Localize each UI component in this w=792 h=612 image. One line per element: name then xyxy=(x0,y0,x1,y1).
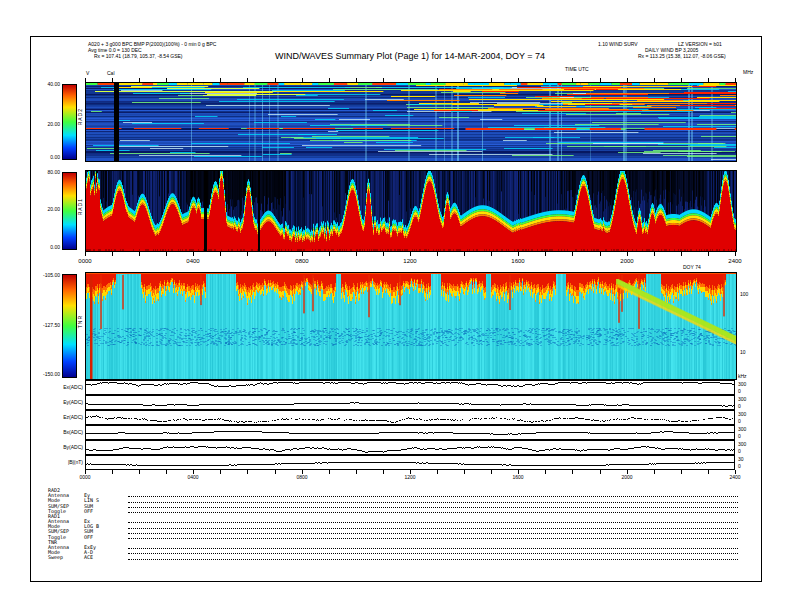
dotted-leader xyxy=(128,512,738,513)
strip-scale-top: 300 xyxy=(738,411,746,417)
dotted-leader xyxy=(128,528,738,529)
doy-label: DOY 74 xyxy=(683,264,701,270)
strip-time-tick-label: 0400 xyxy=(187,474,198,480)
time-utc-label: TIME UTC xyxy=(565,66,589,72)
legend-key: Sweep xyxy=(48,555,84,560)
tnr-colorbar xyxy=(62,274,77,378)
time-tick-label: 1200 xyxy=(403,258,416,265)
rad1-spectrogram xyxy=(85,170,737,252)
time-tick-label: 2000 xyxy=(620,258,633,265)
rad1-colorbar-tick-max: 80.00 xyxy=(36,169,60,175)
header-right-receiver-position: Rx = 113.25 (15.38, 112.07, -8.06 GSE) xyxy=(638,53,726,59)
strip-scale-bottom: 0 xyxy=(738,433,741,439)
time-tick-label: 2400 xyxy=(728,258,741,265)
tnr-colorbar-tick-min: -150.00 xyxy=(30,371,60,377)
time-tick-label: 1600 xyxy=(511,258,524,265)
dotted-leader xyxy=(128,553,738,554)
time-tick-label: 0400 xyxy=(186,258,199,265)
strip-scale-bottom: 0 xyxy=(738,448,741,454)
rad2-spectrogram xyxy=(85,82,737,162)
strip-row-ex xyxy=(85,380,735,395)
strip-label-ey: Ey(ADC) xyxy=(38,399,83,405)
strip-time-tick-label: 1600 xyxy=(512,474,523,480)
cal-marker-label: Cal xyxy=(107,70,115,76)
tnr-spectrogram xyxy=(85,272,737,380)
strip-label-ex: Ex(ADC) xyxy=(38,384,83,390)
strip-row-ez xyxy=(85,410,735,425)
mhz-unit-label: MHz xyxy=(743,69,753,75)
time-tick-label: 0000 xyxy=(78,258,91,265)
legend-value: OFF xyxy=(84,535,126,540)
strip-canvas-2 xyxy=(86,411,734,424)
rad1-panel-label: RAD1 xyxy=(77,198,83,215)
tnr-canvas xyxy=(86,273,736,379)
dotted-leader xyxy=(128,496,738,497)
tnr-colorbar-tick-max: -105.00 xyxy=(30,272,60,278)
strip-canvas-5 xyxy=(86,456,734,469)
rad1-canvas xyxy=(86,171,736,251)
rad2-colorbar xyxy=(62,84,77,160)
dotted-leader xyxy=(128,548,738,549)
strip-canvas-1 xyxy=(86,396,734,409)
strip-row-bmag xyxy=(85,455,735,470)
strip-scale-top: 300 xyxy=(738,381,746,387)
strip-label-by: By(ADC) xyxy=(38,444,83,450)
strip-time-tick-label: 1200 xyxy=(404,474,415,480)
strip-label-ez: Ez(ADC) xyxy=(38,414,83,420)
strip-scale-top: 30 xyxy=(738,456,744,462)
legend-block: RAD2 AntennaEy ModeLIN S SUM/SEPSUM Togg… xyxy=(48,488,738,561)
legend-value: OFF xyxy=(84,509,126,514)
dotted-leader xyxy=(128,559,738,560)
strip-scale-bottom: 0 xyxy=(738,388,741,394)
strip-time-tick-label: 2000 xyxy=(621,474,632,480)
strip-time-tick-label: 0000 xyxy=(79,474,90,480)
rad2-panel-label: RAD2 xyxy=(77,108,83,125)
strip-scale-top: 300 xyxy=(738,396,746,402)
rad2-colorbar-tick-max: 40.00 xyxy=(36,81,60,87)
strip-canvas-0 xyxy=(86,381,734,394)
dotted-leader xyxy=(128,522,738,523)
v-marker-label: V xyxy=(86,70,89,76)
strip-scale-bottom: 0 xyxy=(738,403,741,409)
rad1-colorbar xyxy=(62,172,77,250)
strip-canvas-3 xyxy=(86,426,734,439)
dotted-leader xyxy=(128,533,738,534)
strip-canvas-4 xyxy=(86,441,734,454)
strip-row-ey xyxy=(85,395,735,410)
strip-scale-bottom: 0 xyxy=(738,418,741,424)
tnr-freq-tick-10: 10 xyxy=(740,349,746,355)
rad-time-axis-ticks xyxy=(85,252,736,256)
time-tick-label: 0800 xyxy=(295,258,308,265)
strip-row-bx xyxy=(85,425,735,440)
tnr-colorbar-tick-mid: -127.50 xyxy=(30,322,60,328)
legend-value: ACE xyxy=(84,555,126,560)
tnr-freq-tick-100: 100 xyxy=(740,291,748,297)
dotted-leader xyxy=(128,502,738,503)
strip-label-bmag: |B|(nT) xyxy=(38,459,83,465)
strip-label-bx: Bx(ADC) xyxy=(38,429,83,435)
strip-scale-top: 300 xyxy=(738,441,746,447)
rad1-colorbar-tick-min: 0.00 xyxy=(36,244,60,250)
strip-time-tick-label: 0800 xyxy=(296,474,307,480)
waves-summary-plot-page: A020 + 3 g000 BPC BMP P(2000)(100%) - 0 … xyxy=(0,0,792,612)
rad2-colorbar-tick-mid: 20.00 xyxy=(36,121,60,127)
strip-time-tick-label: 2400 xyxy=(729,474,740,480)
page-title: WIND/WAVES Summary Plot (Page 1) for 14-… xyxy=(110,51,710,61)
tnr-panel-label: TNR xyxy=(77,315,83,328)
strip-scale-bottom: 0 xyxy=(738,463,741,469)
header-version-label: 1.10 WIND SURV xyxy=(598,41,638,47)
dotted-leader xyxy=(128,538,738,539)
strip-scale-top: 300 xyxy=(738,426,746,432)
dotted-leader xyxy=(128,507,738,508)
tnr-khz-unit-label: kHz xyxy=(738,373,747,379)
legend-line: SweepACE xyxy=(48,555,738,560)
rad1-colorbar-tick-mid: 20.00 xyxy=(36,206,60,212)
rad2-canvas xyxy=(86,83,736,161)
strip-row-by xyxy=(85,440,735,455)
rad2-colorbar-tick-min: 0.00 xyxy=(36,154,60,160)
